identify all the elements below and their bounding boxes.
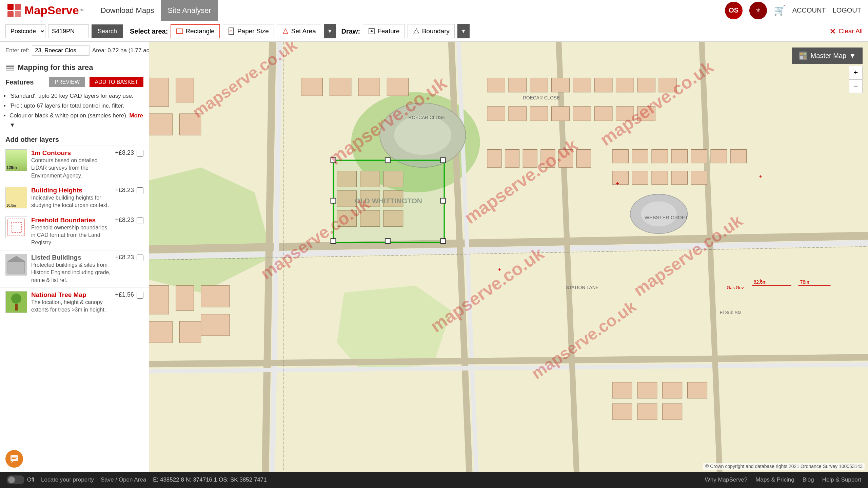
search-button[interactable]: Search (92, 24, 123, 38)
mapping-layers-icon (5, 63, 15, 72)
paper-size-icon: A4 (228, 27, 235, 35)
layer-checkbox-listed[interactable] (137, 255, 143, 261)
svg-marker-7 (283, 29, 288, 34)
svg-text:WEBSTER CROFT: WEBSTER CROFT (645, 215, 688, 220)
svg-rect-127 (331, 198, 336, 203)
svg-point-18 (11, 294, 21, 304)
svg-rect-131 (804, 53, 806, 55)
svg-text:A4: A4 (230, 30, 233, 32)
zoom-out-button[interactable]: − (849, 79, 863, 93)
layer-thumb-contours (5, 149, 27, 171)
footer-coords: E: 438522.8 N: 374716.1 OS: SK 3852 7471 (153, 476, 267, 483)
logout-link[interactable]: LOGOUT (833, 6, 861, 14)
svg-rect-44 (487, 78, 505, 92)
locate-property-link[interactable]: Locate your property (41, 476, 94, 483)
map-copyright: © Crown copyright and database rights 20… (703, 463, 865, 470)
layer-item-contours: 1m Contours Contours based on detailed L… (0, 146, 149, 183)
master-map-button[interactable]: Master Map ▼ (792, 48, 863, 64)
nav-site-analyser[interactable]: Site Analyser (161, 0, 218, 21)
svg-rect-36 (149, 114, 172, 135)
help-support-link[interactable]: Help & Support (822, 476, 861, 483)
mapping-header: Mapping for this area (0, 58, 149, 74)
layer-checkbox-contours[interactable] (137, 150, 143, 157)
set-area-button[interactable]: Set Area (277, 24, 321, 38)
svg-rect-47 (552, 78, 570, 92)
sidebar-collapse-button[interactable]: ◀ (149, 251, 149, 263)
svg-text:78m: 78m (800, 280, 809, 285)
boundary-dropdown[interactable]: ▼ (457, 24, 470, 38)
svg-rect-97 (637, 382, 657, 398)
layer-name-contours: 1m Contours (31, 149, 112, 157)
svg-rect-124 (441, 239, 446, 244)
rectangle-button[interactable]: Rectangle (171, 24, 220, 38)
postcode-select[interactable]: Postcode (5, 24, 45, 38)
layer-checkbox-freehold[interactable] (137, 217, 143, 224)
svg-rect-101 (637, 404, 657, 420)
layer-checkbox-building[interactable] (137, 187, 143, 194)
svg-rect-49 (594, 78, 612, 92)
svg-rect-90 (671, 171, 687, 185)
svg-rect-102 (663, 404, 682, 420)
rectangle-icon (176, 27, 183, 35)
feature-button[interactable]: Feature (363, 24, 405, 38)
svg-rect-13 (6, 70, 14, 71)
clear-all-icon (829, 27, 836, 35)
account-link[interactable]: ACCOUNT (792, 6, 826, 14)
nav-download-maps[interactable]: Download Maps (94, 0, 161, 21)
svg-rect-4 (177, 29, 183, 34)
layer-name-freehold: Freehold Boundaries (31, 217, 112, 224)
layer-info-contours: 1m Contours Contours based on detailed L… (31, 149, 112, 180)
header: MapServe™ Download Maps Site Analyser OS… (0, 0, 868, 21)
svg-rect-60 (637, 107, 655, 121)
zoom-in-button[interactable]: + (849, 66, 863, 79)
svg-rect-63 (523, 150, 537, 168)
master-map-label: Master Map (811, 52, 847, 60)
save-open-area-link[interactable]: Save / Open Area (101, 476, 146, 483)
preview-button[interactable]: PREVIEW (49, 77, 85, 87)
svg-rect-66 (576, 150, 591, 168)
layer-info-building: Building Heights Indicative building hei… (31, 187, 112, 209)
mapping-title: Mapping for this area (18, 63, 93, 72)
master-map-icon (798, 51, 808, 60)
features-title: Features (5, 78, 34, 86)
toggle-off-label: Off (27, 477, 34, 483)
chat-button[interactable] (5, 450, 23, 468)
svg-rect-128 (441, 198, 446, 203)
layer-thumb-freehold (5, 217, 27, 238)
layer-item-tree: National Tree Map The location, height &… (0, 287, 149, 317)
svg-text:+: + (759, 277, 763, 283)
svg-rect-46 (530, 78, 548, 92)
set-area-dropdown[interactable]: ▼ (324, 24, 336, 38)
basket-icon[interactable]: 🛒 (774, 5, 786, 16)
ref-input[interactable] (32, 45, 90, 56)
more-link[interactable]: More (129, 112, 143, 119)
svg-rect-126 (385, 239, 390, 244)
clear-all-button[interactable]: Clear All (829, 27, 863, 35)
svg-rect-130 (800, 53, 803, 55)
layer-price-freehold: +£8.23 (115, 217, 134, 224)
boundary-label: Boundary (422, 27, 450, 35)
zoom-controls: + − (849, 66, 863, 93)
why-mapserve-link[interactable]: Why MapServe? (705, 476, 748, 483)
postcode-input[interactable] (48, 24, 89, 38)
maps-pricing-link[interactable]: Maps & Pricing (755, 476, 794, 483)
toolbar: Postcode Search Select area: Rectangle A… (0, 21, 868, 42)
svg-rect-88 (632, 171, 648, 185)
map-background: OLD WHITTINGTON WEBSTER CROFT STATION LA… (149, 42, 868, 472)
add-layers-title: Add other layers (0, 132, 149, 146)
svg-rect-19 (15, 304, 18, 311)
svg-rect-57 (573, 107, 591, 121)
locate-toggle-pill[interactable] (7, 475, 24, 484)
paper-size-button[interactable]: A4 Paper Size (223, 24, 274, 38)
boundary-button[interactable]: Boundary (408, 24, 455, 38)
feature-label: Feature (377, 27, 399, 35)
svg-rect-56 (552, 107, 570, 121)
svg-text:+: + (498, 266, 501, 273)
blog-link[interactable]: Blog (803, 476, 814, 483)
locate-toggle: Off (7, 475, 34, 484)
map-area[interactable]: OLD WHITTINGTON WEBSTER CROFT STATION LA… (149, 42, 868, 472)
set-area-label: Set Area (291, 27, 316, 35)
layer-checkbox-tree[interactable] (137, 292, 143, 299)
svg-rect-51 (637, 78, 655, 92)
add-basket-button[interactable]: ADD TO BASKET (90, 77, 143, 87)
